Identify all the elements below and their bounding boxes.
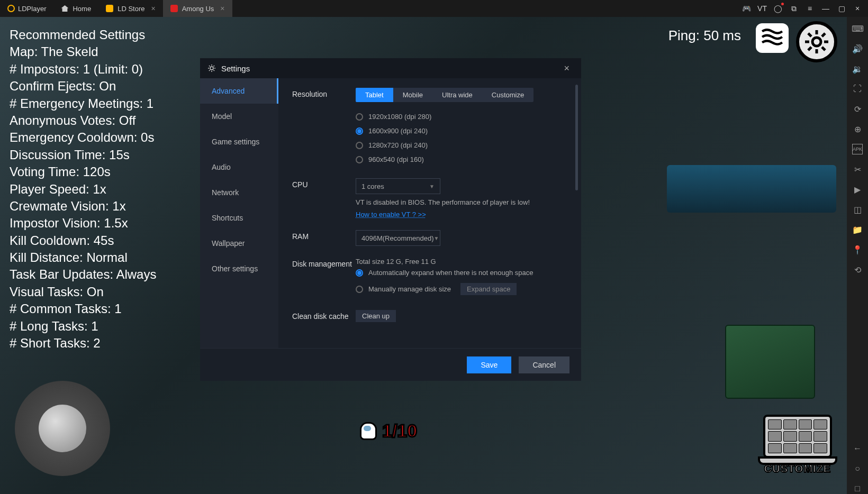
recents-icon[interactable]: □ — [852, 483, 863, 494]
title-bar: LDPlayer Home LD Store × Among Us × 🎮 VT… — [0, 0, 868, 17]
modal-title: Settings — [221, 64, 250, 73]
folder-icon[interactable]: 📁 — [852, 224, 863, 235]
sidebar-item-wallpaper[interactable]: Wallpaper — [200, 231, 278, 256]
ping-display: Ping: 50 ms — [668, 28, 741, 44]
sidebar-item-game-settings[interactable]: Game settings — [200, 129, 278, 154]
close-icon[interactable]: × — [220, 4, 224, 13]
sidebar-item-model[interactable]: Model — [200, 104, 278, 129]
res-option-960[interactable]: 960x540 (dpi 160) — [356, 152, 567, 167]
account-icon[interactable]: ◯ — [773, 3, 783, 14]
disk-auto-option[interactable]: Automatically expand when there is not e… — [356, 266, 567, 280]
res-tab-mobile[interactable]: Mobile — [393, 88, 432, 102]
modal-header: Settings × — [200, 58, 581, 78]
joystick-thumb[interactable] — [39, 405, 86, 452]
radio-icon — [356, 269, 363, 277]
volume-up-icon[interactable]: 🔊 — [852, 43, 863, 54]
ram-value: 4096M(Recommended) — [361, 234, 434, 242]
modal-sidebar: Advanced Model Game settings Audio Netwo… — [200, 78, 278, 348]
disk-manual-option[interactable]: Manually manage disk sizeExpand space — [356, 280, 567, 298]
modal-content: Resolution Tablet Mobile Ultra wide Cust… — [278, 78, 581, 348]
maximize-button[interactable]: ▢ — [836, 3, 847, 14]
fullscreen-icon[interactable]: ⛶ — [852, 84, 863, 94]
customize-button[interactable]: CUSTOMIZE — [758, 415, 837, 483]
crewmate-icon — [360, 422, 377, 440]
apk-icon[interactable]: APK — [852, 144, 863, 154]
sidebar-item-other[interactable]: Other settings — [200, 256, 278, 281]
modal-footer: Save Cancel — [200, 348, 581, 381]
add-icon[interactable]: ⊕ — [852, 124, 863, 134]
player-count-value: 1/10 — [382, 420, 417, 441]
rotate-icon[interactable]: ⟲ — [852, 264, 863, 275]
chat-waves-icon — [761, 28, 783, 48]
customize-label: CUSTOMIZE — [758, 463, 837, 475]
tab-label: Home — [73, 5, 91, 13]
disk-label: Disk management — [292, 258, 356, 298]
radio-icon — [356, 142, 363, 149]
clean-up-button[interactable]: Clean up — [356, 310, 396, 322]
scenery-crate — [725, 325, 815, 399]
menu-icon[interactable]: ≡ — [804, 3, 815, 14]
res-tab-tablet[interactable]: Tablet — [356, 88, 393, 102]
radio-icon — [356, 113, 363, 121]
save-button[interactable]: Save — [467, 356, 511, 373]
res-option-1920[interactable]: 1920x1080 (dpi 280) — [356, 109, 567, 124]
disk-info: Total size 12 G, Free 11 G — [356, 258, 567, 266]
sidebar-item-audio[interactable]: Audio — [200, 154, 278, 180]
sidebar-item-advanced[interactable]: Advanced — [200, 78, 278, 104]
virtual-joystick[interactable] — [15, 381, 110, 476]
sidebar-item-shortcuts[interactable]: Shortcuts — [200, 205, 278, 231]
res-option-1280[interactable]: 1280x720 (dpi 240) — [356, 138, 567, 152]
res-tab-customize[interactable]: Customize — [482, 88, 534, 102]
record-icon[interactable]: ▶ — [852, 184, 863, 195]
tab-amongus[interactable]: Among Us × — [163, 0, 232, 17]
scrollbar-thumb[interactable] — [575, 85, 578, 190]
radio-icon — [356, 156, 363, 163]
close-icon[interactable]: × — [151, 4, 155, 13]
cpu-label: CPU — [292, 178, 356, 218]
back-icon[interactable]: ← — [852, 443, 863, 454]
tab-label: LD Store — [117, 5, 144, 13]
ram-select[interactable]: 4096M(Recommended) ▼ — [356, 230, 440, 246]
ram-label: RAM — [292, 230, 356, 246]
svg-point-0 — [812, 38, 821, 46]
modal-close-button[interactable]: × — [559, 61, 574, 76]
minimize-button[interactable]: — — [820, 3, 831, 14]
cpu-select[interactable]: 1 cores ▼ — [356, 178, 440, 194]
game-settings-button[interactable] — [796, 21, 837, 62]
sync-icon[interactable]: ⟳ — [852, 104, 863, 114]
home-nav-icon[interactable]: ○ — [852, 463, 863, 474]
toolbar-rail: ⌨ 🔊 🔉 ⛶ ⟳ ⊕ APK ✂ ▶ ◫ 📁 📍 ⟲ ← ○ □ — [847, 17, 868, 494]
amongus-icon — [170, 5, 178, 12]
brand-label: LDPlayer — [18, 5, 46, 13]
vt-indicator[interactable]: VT — [757, 3, 767, 14]
tab-label: Among Us — [182, 5, 214, 13]
scissors-icon[interactable]: ✂ — [852, 164, 863, 175]
cancel-button[interactable]: Cancel — [519, 356, 569, 373]
sidebar-item-network[interactable]: Network — [200, 180, 278, 205]
screenshot-icon[interactable]: ◫ — [852, 204, 863, 215]
chat-button[interactable] — [756, 23, 789, 53]
tab-home[interactable]: Home — [53, 0, 98, 17]
settings-modal: Settings × Advanced Model Game settings … — [200, 58, 581, 381]
volume-down-icon[interactable]: 🔉 — [852, 63, 863, 74]
gamepad-icon[interactable]: 🎮 — [741, 3, 752, 14]
res-tab-ultrawide[interactable]: Ultra wide — [432, 88, 482, 102]
app-brand: LDPlayer — [0, 0, 53, 17]
vt-help-link[interactable]: How to enable VT ? >> — [356, 211, 426, 218]
location-icon[interactable]: 📍 — [852, 244, 863, 255]
gear-icon — [804, 29, 829, 54]
tab-ldstore[interactable]: LD Store × — [98, 0, 163, 17]
expand-space-button[interactable]: Expand space — [460, 283, 517, 295]
cpu-value: 1 cores — [361, 182, 384, 190]
ldstore-icon — [106, 5, 113, 12]
ldplayer-logo-icon — [7, 5, 15, 12]
lobby-settings-text: Recommended SettingsMap: The Skeld# Impo… — [10, 26, 156, 352]
chevron-down-icon: ▼ — [429, 184, 435, 189]
multi-instance-icon[interactable]: ⧉ — [789, 3, 799, 14]
window-close-button[interactable]: × — [852, 3, 863, 14]
res-option-1600[interactable]: 1600x900 (dpi 240) — [356, 124, 567, 138]
player-count: 1/10 — [360, 420, 417, 441]
radio-icon — [356, 127, 363, 135]
keyboard-icon[interactable]: ⌨ — [852, 23, 863, 34]
vt-warning: VT is disabled in BIOS. The performance … — [356, 198, 567, 206]
